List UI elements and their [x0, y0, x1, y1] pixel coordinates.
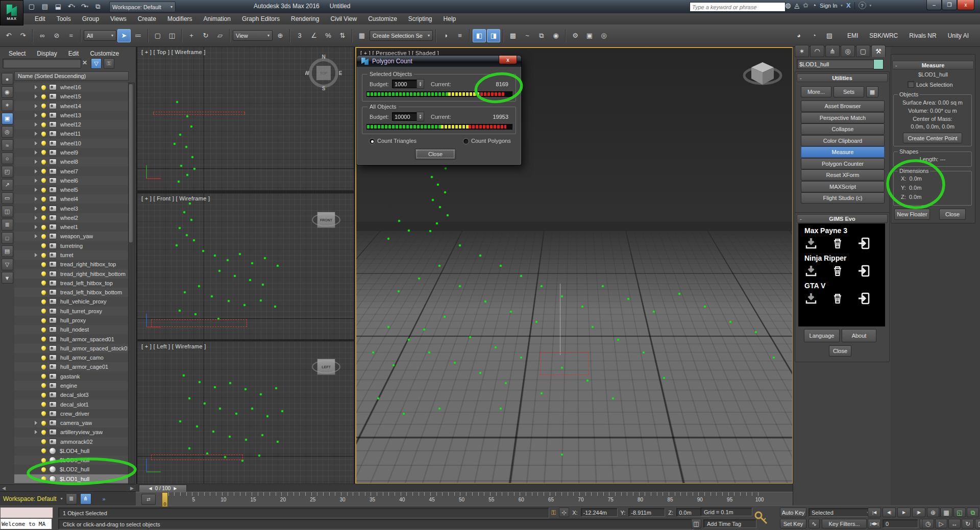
explorer-menu-display[interactable]: Display	[32, 49, 61, 58]
layer-explorer-toggle-icon[interactable]: ◨	[487, 29, 500, 42]
visibility-bulb-icon[interactable]	[41, 122, 46, 127]
list-item-wheel1[interactable]: wheel1	[14, 222, 129, 232]
list-item-wheel10[interactable]: wheel10	[14, 139, 129, 148]
menu-animation[interactable]: Animation	[199, 14, 236, 24]
list-item-hull-armor-cage01[interactable]: hull_armor_cage01	[14, 362, 129, 371]
project-folder-icon[interactable]: ⧉	[93, 2, 103, 11]
display-helpers-icon[interactable]: ◎	[2, 126, 13, 138]
explorer-menu-edit[interactable]: Edit	[64, 49, 84, 58]
percent-snap-icon[interactable]: %	[322, 29, 335, 42]
frame-back-icon[interactable]: ◀	[149, 486, 152, 491]
menu-civil-view[interactable]: Civil View	[325, 14, 362, 24]
reference-coordinate-dropdown[interactable]: View▾	[233, 30, 273, 41]
orbit-icon[interactable]: ↻	[962, 519, 974, 528]
display-bones-icon[interactable]: ▭	[2, 192, 13, 204]
rendered-image-icon[interactable]: ▨	[823, 29, 836, 42]
zoom-icon[interactable]: ⊕	[927, 508, 939, 517]
expand-arrow-icon[interactable]	[35, 197, 37, 201]
visibility-bulb-icon[interactable]	[41, 225, 46, 230]
edit-named-sets-icon[interactable]: ▦	[355, 29, 369, 42]
visibility-bulb-icon[interactable]	[41, 150, 46, 155]
list-item-decal-slot1[interactable]: decal_slot1	[14, 400, 129, 409]
list-item-hull-turret-proxy[interactable]: hull_turret_proxy	[14, 307, 129, 316]
display-links-icon[interactable]: ↗	[2, 179, 13, 191]
trash-icon[interactable]	[831, 264, 844, 277]
viewport-top-label[interactable]: [ + ] [ Top ] [ Wireframe ]	[141, 49, 206, 55]
toolbar-tab-emi[interactable]: EMI	[843, 30, 862, 41]
select-rotate-icon[interactable]: ↻	[199, 29, 212, 42]
visibility-bulb-icon[interactable]	[41, 160, 46, 164]
lock-selection-checkbox[interactable]	[908, 81, 914, 88]
left-viewport-gizmo[interactable]: LEFT	[312, 356, 340, 378]
workspace-label[interactable]: Workspace: Default	[3, 495, 57, 502]
expand-arrow-icon[interactable]	[35, 113, 37, 117]
save-file-icon[interactable]: ⬓	[53, 2, 63, 11]
menu-rendering[interactable]: Rendering	[286, 14, 324, 24]
viewcube[interactable]	[742, 57, 783, 89]
download-icon[interactable]	[804, 292, 818, 305]
chevron-down-icon[interactable]: ▾	[841, 4, 843, 8]
utility-button-maxscript[interactable]: MAXScript	[801, 181, 885, 192]
list-item-wheel12[interactable]: wheel12	[14, 120, 129, 129]
download-icon[interactable]	[804, 237, 818, 250]
mirror-icon[interactable]: ◑	[439, 29, 452, 42]
auto-key-button[interactable]: Auto Key	[780, 508, 806, 517]
spinner-snap-icon[interactable]: ⇅	[336, 29, 349, 42]
utility-button-polygon-counter[interactable]: Polygon Counter	[801, 158, 885, 169]
visibility-bulb-icon[interactable]	[41, 178, 46, 183]
dialog-close-button-bottom[interactable]: Close	[415, 148, 456, 160]
utility-button-flight-studio-c[interactable]: Flight Studio (c)	[801, 192, 885, 204]
all-budget-field[interactable]: 10000	[392, 112, 420, 121]
zoom-extents-icon[interactable]: ◱	[953, 508, 966, 517]
list-item-weapon-yaw[interactable]: weapon_yaw	[14, 232, 129, 241]
x-coord-field[interactable]: -12.244m	[581, 508, 618, 517]
help-icon[interactable]: ?	[859, 2, 866, 9]
visibility-bulb-icon[interactable]	[41, 104, 46, 108]
menu-views[interactable]: Views	[105, 14, 132, 24]
overflow-chevron-icon[interactable]: »	[103, 496, 106, 502]
list-item-wheel16[interactable]: wheel16	[14, 83, 129, 92]
toolbar-tab-unity-ai[interactable]: Unity AI	[944, 30, 973, 41]
toolbar-tab-rivals-nr[interactable]: Rivals NR	[905, 30, 940, 41]
utility-button-perspective-match[interactable]: Perspective Match	[801, 112, 885, 123]
menu-help[interactable]: Help	[438, 14, 461, 24]
display-containers-icon[interactable]: ◫	[2, 206, 13, 217]
top-viewport-compass[interactable]: TOP N W E S	[305, 55, 342, 91]
tab-utilities-icon[interactable]: ⚒	[871, 45, 886, 57]
time-slider-handle[interactable]: ◀ 0 / 100 ▶	[139, 485, 187, 492]
explorer-search-input[interactable]	[3, 59, 81, 68]
render-production-icon[interactable]: ◎	[597, 29, 610, 42]
list-item-wheel3[interactable]: wheel3	[14, 204, 129, 213]
new-floater-button[interactable]: New Floater	[894, 209, 930, 220]
selected-budget-field[interactable]: 1000	[392, 80, 420, 88]
utility-button-color-clipboard[interactable]: Color Clipboard	[801, 135, 885, 146]
gims-language-button[interactable]: Language	[804, 329, 840, 342]
select-by-name-icon[interactable]: ≔	[132, 29, 145, 42]
gims-close-button[interactable]: Close	[829, 345, 851, 357]
key-filters-curve-icon[interactable]: ∿	[808, 519, 820, 528]
front-viewport-gizmo[interactable]: FRONT	[312, 209, 340, 231]
display-groups-icon[interactable]: ○	[2, 153, 13, 164]
open-file-icon[interactable]: ▤	[40, 2, 50, 11]
list-item-artilleryview-yaw[interactable]: artilleryview_yaw	[14, 427, 129, 437]
menu-edit[interactable]: Edit	[30, 14, 51, 24]
unlink-icon[interactable]: ⊘	[50, 29, 63, 42]
display-cameras-icon[interactable]: ▣	[2, 113, 13, 124]
visibility-bulb-icon[interactable]	[41, 290, 46, 295]
visibility-bulb-icon[interactable]	[41, 346, 46, 350]
undo-icon[interactable]: ↶	[2, 29, 15, 42]
menu-tools[interactable]: Tools	[52, 14, 76, 24]
filter-funnel-icon[interactable]: ▽	[2, 259, 13, 270]
visibility-bulb-icon[interactable]	[41, 374, 46, 378]
visibility-bulb-icon[interactable]	[41, 85, 46, 90]
expand-arrow-icon[interactable]	[35, 85, 37, 89]
list-item-lod1-hull[interactable]: $LOD1_hull	[14, 474, 129, 483]
visibility-bulb-icon[interactable]	[41, 132, 46, 136]
track-bar[interactable]: ⇄ 0 510152025303540455055606570758085909…	[136, 492, 793, 507]
key-mode-toggle-icon[interactable]: ◫	[691, 519, 701, 528]
tab-hierarchy-icon[interactable]: ⋔	[825, 45, 840, 57]
sets-button[interactable]: Sets	[834, 86, 864, 97]
viewport-top[interactable]: [ + ] [ Top ] [ Wireframe ] TOP N W E S	[137, 47, 354, 190]
display-lights-icon[interactable]: ✶	[2, 99, 13, 111]
tab-motion-icon[interactable]: ◎	[841, 45, 855, 57]
